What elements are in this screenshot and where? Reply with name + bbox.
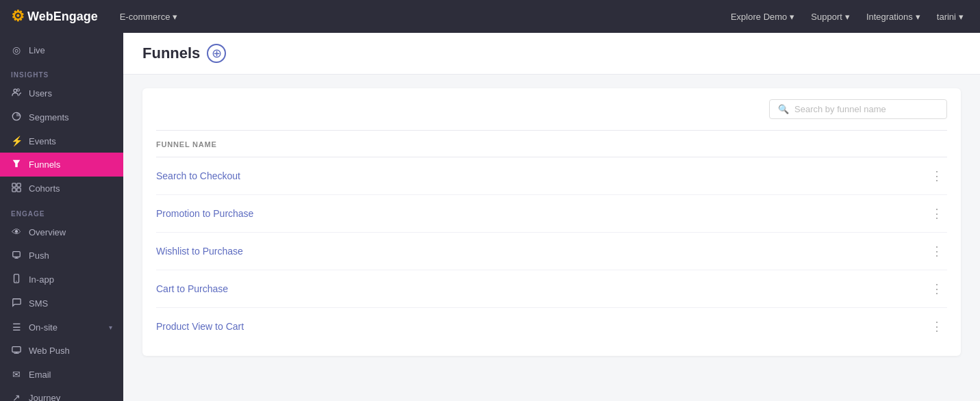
svg-point-0 (14, 89, 16, 92)
sidebar-item-overview[interactable]: 👁 Overview (0, 220, 123, 244)
svg-point-12 (16, 281, 16, 281)
explore-demo-dropdown[interactable]: Explore Demo ▾ (725, 9, 800, 25)
svg-marker-3 (13, 160, 21, 168)
more-options-button[interactable]: ⋮ (927, 205, 947, 222)
table-row: Search to Checkout ⋮ (156, 157, 947, 195)
funnel-name-link[interactable]: Product View to Cart (156, 321, 244, 332)
sidebar-item-live[interactable]: ◎ Live (0, 38, 123, 62)
sidebar-cohorts-label: Cohorts (29, 183, 60, 194)
sidebar-funnels-label: Funnels (29, 159, 60, 170)
nav-right: Explore Demo ▾ Support ▾ Integrations ▾ … (725, 9, 969, 25)
journey-icon: ↗ (11, 392, 22, 401)
logo-text: WebEngage (27, 10, 98, 24)
svg-rect-6 (12, 188, 16, 192)
more-options-button[interactable]: ⋮ (927, 318, 947, 335)
sidebar-item-sms[interactable]: SMS (0, 292, 123, 315)
table-row: Promotion to Purchase ⋮ (156, 195, 947, 233)
explore-demo-chevron-icon: ▾ (790, 12, 794, 22)
more-options-button[interactable]: ⋮ (927, 280, 947, 298)
users-icon (11, 88, 22, 99)
main-content: Funnels ⊕ 🔍 FUNNEL NAME Searc (123, 33, 980, 401)
sidebar-users-label: Users (29, 88, 52, 99)
support-label: Support (811, 12, 842, 22)
search-icon: 🔍 (778, 104, 789, 114)
content-inner: 🔍 FUNNEL NAME Search to Checkout ⋮ Promo… (123, 75, 980, 370)
sidebar-in-app-label: In-app (29, 274, 54, 285)
sidebar-live-label: Live (29, 45, 45, 55)
user-menu-dropdown[interactable]: tarini ▾ (931, 9, 969, 25)
project-chevron-icon: ▾ (173, 12, 177, 22)
sidebar-segments-label: Segments (29, 112, 69, 122)
sidebar-on-site-label: On-site (29, 322, 58, 333)
push-icon (11, 250, 22, 261)
explore-demo-label: Explore Demo (731, 12, 787, 22)
in-app-icon (11, 274, 22, 285)
funnels-icon (11, 159, 22, 170)
user-chevron-icon: ▾ (959, 12, 964, 22)
user-name-label: tarini (937, 12, 956, 22)
top-nav: ⚙ WebEngage E-commerce ▾ Explore Demo ▾ … (0, 0, 980, 33)
sms-icon (11, 298, 22, 309)
engage-section-label: ENGAGE (0, 200, 123, 220)
sidebar-sms-label: SMS (29, 298, 48, 309)
svg-point-1 (17, 89, 20, 92)
on-site-icon: ☰ (11, 322, 22, 333)
sidebar-journey-label: Journey (29, 393, 60, 402)
add-funnel-button[interactable]: ⊕ (207, 44, 226, 63)
insights-section-label: INSIGHTS (0, 62, 123, 81)
sidebar-item-cohorts[interactable]: Cohorts (0, 177, 123, 200)
page-title: Funnels (142, 44, 200, 62)
svg-rect-4 (12, 183, 16, 187)
add-icon: ⊕ (212, 47, 222, 60)
table-row: Wishlist to Purchase ⋮ (156, 233, 947, 270)
integrations-dropdown[interactable]: Integrations ▾ (861, 9, 926, 25)
sidebar-push-label: Push (29, 250, 49, 261)
table-row: Product View to Cart ⋮ (156, 308, 947, 345)
more-options-button[interactable]: ⋮ (927, 242, 947, 260)
sidebar-item-in-app[interactable]: In-app (0, 268, 123, 292)
page-header: Funnels ⊕ (123, 33, 980, 75)
table-header: FUNNEL NAME (156, 130, 947, 157)
funnel-name-link[interactable]: Wishlist to Purchase (156, 246, 243, 257)
logo: ⚙ WebEngage (11, 8, 98, 25)
svg-rect-8 (13, 252, 21, 257)
sidebar: ◎ Live INSIGHTS Users (0, 33, 123, 401)
sidebar-web-push-label: Web Push (29, 346, 70, 356)
sidebar-item-segments[interactable]: Segments (0, 105, 123, 129)
sidebar-item-email[interactable]: ✉ Email (0, 363, 123, 386)
search-box[interactable]: 🔍 (769, 99, 947, 119)
svg-rect-5 (17, 183, 21, 187)
sidebar-item-events[interactable]: ⚡ Events (0, 129, 123, 153)
sidebar-item-push[interactable]: Push (0, 244, 123, 268)
main-layout: ◎ Live INSIGHTS Users (0, 33, 980, 401)
segments-icon (11, 112, 22, 123)
sidebar-item-users[interactable]: Users (0, 81, 123, 105)
sidebar-events-label: Events (29, 136, 56, 146)
svg-rect-13 (12, 347, 21, 352)
on-site-left: ☰ On-site (11, 322, 58, 333)
more-options-button[interactable]: ⋮ (927, 167, 947, 185)
integrations-chevron-icon: ▾ (916, 12, 920, 22)
cohorts-icon (11, 183, 22, 194)
sidebar-item-funnels[interactable]: Funnels (0, 153, 123, 177)
email-icon: ✉ (11, 369, 22, 380)
sidebar-email-label: Email (29, 370, 51, 380)
events-icon: ⚡ (11, 135, 22, 146)
funnel-name-link[interactable]: Search to Checkout (156, 170, 240, 181)
on-site-arrow-icon: ▾ (109, 324, 112, 331)
project-dropdown[interactable]: E-commerce ▾ (114, 9, 184, 25)
funnel-name-link[interactable]: Promotion to Purchase (156, 208, 253, 219)
search-input[interactable] (794, 104, 938, 114)
web-push-icon (11, 345, 22, 357)
logo-icon: ⚙ (11, 8, 25, 25)
overview-icon: 👁 (11, 227, 22, 237)
support-dropdown[interactable]: Support ▾ (805, 9, 855, 25)
support-chevron-icon: ▾ (845, 12, 850, 22)
funnel-card: 🔍 FUNNEL NAME Search to Checkout ⋮ Promo… (142, 88, 961, 356)
sidebar-item-journey[interactable]: ↗ Journey (0, 386, 123, 401)
sidebar-item-on-site[interactable]: ☰ On-site ▾ (0, 315, 123, 339)
sidebar-item-web-push[interactable]: Web Push (0, 339, 123, 363)
funnel-list: Search to Checkout ⋮ Promotion to Purcha… (156, 157, 947, 345)
project-name: E-commerce (120, 12, 171, 22)
funnel-name-link[interactable]: Cart to Purchase (156, 283, 228, 294)
